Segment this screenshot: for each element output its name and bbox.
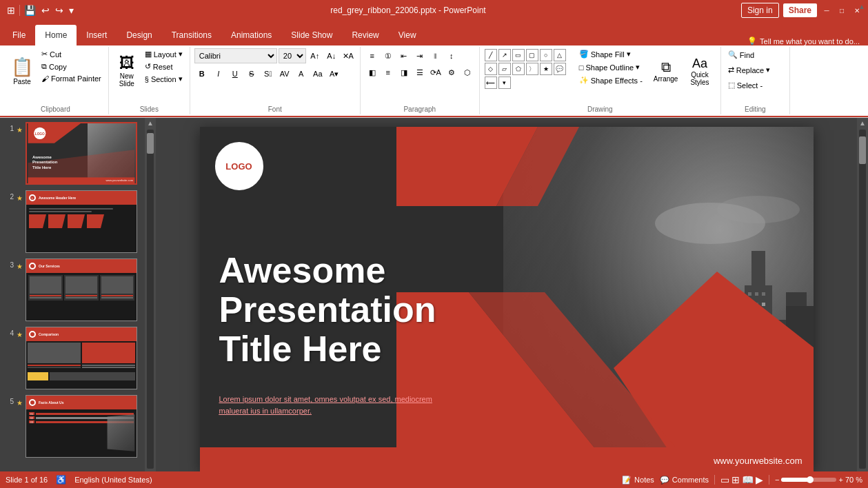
tab-view[interactable]: View (389, 25, 426, 45)
slideshow-button[interactable]: ▶ (756, 474, 763, 485)
shape-more[interactable]: ▾ (498, 77, 511, 89)
canvas-scroll-up[interactable]: ▲ (858, 118, 867, 128)
zoom-in-button[interactable]: + (838, 476, 842, 484)
replace-dropdown[interactable]: ▾ (766, 65, 770, 74)
zoom-handle[interactable] (807, 476, 814, 483)
minimize-button[interactable]: ─ (821, 5, 832, 16)
font-size-select[interactable]: 20 (279, 48, 306, 63)
select-button[interactable]: ⬚ Select - (725, 79, 773, 92)
smart-art-button[interactable]: ⚙ (444, 65, 459, 80)
slide-thumb-3[interactable]: 3 ★ Our Services (3, 257, 142, 323)
tab-slideshow[interactable]: Slide Show (281, 25, 342, 45)
text-direction-button[interactable]: ⟳A (428, 65, 443, 80)
new-slide-button[interactable]: 🖼 New Slide (113, 48, 141, 94)
zoom-out-button[interactable]: − (775, 476, 779, 484)
copy-button[interactable]: ⧉ Copy (39, 61, 104, 72)
highlight-button[interactable]: A▾ (327, 66, 342, 81)
align-left-button[interactable]: ◧ (365, 65, 380, 80)
customize-button[interactable]: ▾ (68, 3, 75, 17)
shape-callout[interactable]: 💬 (554, 63, 566, 75)
scroll-up-arrow[interactable]: ▲ (145, 118, 155, 128)
section-dropdown[interactable]: ▾ (179, 74, 183, 83)
shape-triangle[interactable]: △ (554, 49, 566, 61)
ribbon-expand-button[interactable]: ▲ (858, 3, 865, 10)
clear-format-button[interactable]: ✕A (341, 48, 356, 63)
shape-line[interactable]: ╱ (485, 49, 497, 61)
numbering-button[interactable]: ① (381, 48, 396, 63)
shape-diamond[interactable]: ◇ (485, 63, 497, 75)
slide-subtitle[interactable]: Lorem ipsum dolor sit amet, omnes volutp… (219, 394, 432, 416)
tell-me-box[interactable]: 💡 Tell me what you want to do... (742, 37, 865, 45)
section-button[interactable]: § Section ▾ (142, 73, 185, 85)
layout-button[interactable]: ▦ Layout ▾ (142, 48, 185, 60)
restore-button[interactable]: □ (836, 5, 847, 16)
increase-font-button[interactable]: A↑ (307, 48, 323, 63)
font-color-button[interactable]: A (294, 66, 309, 81)
shape-parallelogram[interactable]: ▱ (498, 63, 511, 75)
tab-transitions[interactable]: Transitions (162, 25, 221, 45)
increase-indent-button[interactable]: ⇥ (412, 48, 427, 63)
share-button[interactable]: Share (783, 3, 817, 17)
columns-button[interactable]: ⫴ (428, 48, 443, 63)
canvas-scrollbar[interactable]: ▲ ▼ (857, 118, 868, 480)
shape-outline-button[interactable]: □ Shape Outline ▾ (576, 61, 645, 73)
strikethrough-button[interactable]: S (244, 66, 259, 81)
underline-button[interactable]: U (228, 66, 243, 81)
comments-button[interactable]: 💬 Comments (660, 476, 709, 485)
shape-fill-dropdown[interactable]: ▾ (627, 50, 631, 59)
shape-effects-button[interactable]: ✨ Shape Effects - (576, 74, 645, 86)
decrease-font-button[interactable]: A↓ (324, 48, 339, 63)
slide-thumb-4[interactable]: 4 ★ Comparison (3, 325, 142, 391)
slide-panel[interactable]: 1 ★ LOGO (0, 118, 145, 480)
shape-ellipse[interactable]: ○ (540, 49, 552, 61)
find-button[interactable]: 🔍 Find (725, 48, 773, 61)
undo-button[interactable]: ↩ (40, 3, 51, 17)
paste-button[interactable]: 📋 Paste (7, 48, 37, 94)
tab-home[interactable]: Home (35, 25, 77, 45)
format-painter-button[interactable]: 🖌 Format Painter (39, 73, 104, 84)
notes-button[interactable]: 📝 Notes (622, 476, 654, 485)
shape-star[interactable]: ★ (540, 63, 552, 75)
tab-insert[interactable]: Insert (77, 25, 117, 45)
shape-rounded-rect[interactable]: ▢ (526, 49, 538, 61)
decrease-indent-button[interactable]: ⇤ (396, 48, 412, 63)
shape-fill-button[interactable]: 🪣 Shape Fill ▾ (576, 48, 645, 60)
redo-button[interactable]: ↪ (54, 3, 65, 17)
zoom-slider[interactable] (781, 478, 836, 482)
align-right-button[interactable]: ◨ (396, 65, 412, 80)
scroll-track[interactable] (147, 130, 154, 469)
bold-button[interactable]: B (194, 66, 210, 81)
canvas-scroll-thumb[interactable] (859, 136, 866, 164)
char-spacing-button[interactable]: AV (277, 66, 292, 81)
reset-button[interactable]: ↺ Reset (142, 61, 185, 72)
reading-view-button[interactable]: 📖 (742, 474, 754, 485)
quick-styles-button[interactable]: Aa Quick Styles (686, 48, 713, 94)
slide-thumb-2[interactable]: 2 ★ L Awesome Header Here (3, 189, 142, 254)
tab-animations[interactable]: Animations (221, 25, 281, 45)
cut-button[interactable]: ✂ Cut (39, 48, 104, 60)
shape-outline-dropdown[interactable]: ▾ (636, 63, 640, 72)
slide-thumb-1[interactable]: 1 ★ LOGO (3, 121, 142, 186)
shape-chevron[interactable]: 〉 (526, 63, 538, 75)
tab-design[interactable]: Design (117, 25, 161, 45)
convert-button[interactable]: ⬡ (460, 65, 475, 80)
scroll-thumb[interactable] (147, 133, 154, 154)
line-spacing-button[interactable]: ↕ (444, 48, 459, 63)
slide-canvas[interactable]: LOGO Awesome Presentation Title Here Lor… (200, 127, 814, 471)
align-center-button[interactable]: ≡ (381, 65, 396, 80)
shape-pentagon[interactable]: ⬠ (512, 63, 525, 75)
replace-button[interactable]: ⇄ Replace ▾ (725, 63, 773, 77)
bullets-button[interactable]: ≡ (365, 48, 380, 63)
shape-connector[interactable]: ⟵ (485, 77, 497, 89)
font-family-select[interactable]: Calibri (194, 48, 277, 63)
canvas-scroll-track[interactable] (859, 130, 866, 469)
justify-button[interactable]: ☰ (412, 65, 427, 80)
layout-dropdown[interactable]: ▾ (179, 50, 183, 59)
slide-title[interactable]: Awesome Presentation Title Here (219, 251, 436, 369)
slide-thumb-5[interactable]: 5 ★ Facts About Us 01 02 (3, 394, 142, 459)
italic-button[interactable]: I (211, 66, 226, 81)
arrange-button[interactable]: ⧉ Arrange (648, 48, 684, 94)
tab-review[interactable]: Review (342, 25, 388, 45)
normal-view-button[interactable]: ▭ (720, 474, 729, 485)
save-button[interactable]: 💾 (23, 3, 37, 17)
